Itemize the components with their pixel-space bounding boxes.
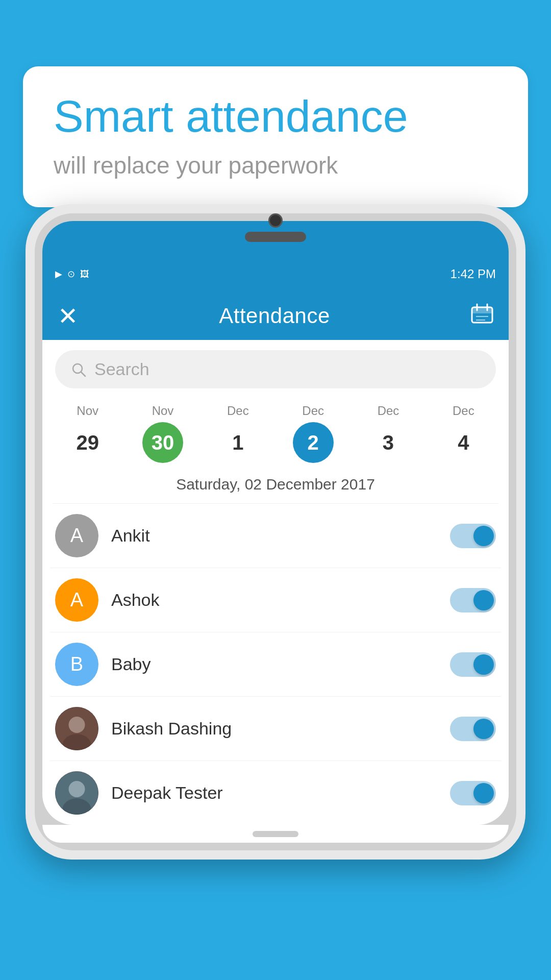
student-item-bikash: Bikash Dashing — [50, 697, 501, 761]
header-title: Attendance — [219, 304, 330, 328]
home-indicator — [253, 831, 298, 837]
avatar-baby: B — [55, 643, 98, 686]
student-name-ankit: Ankit — [111, 526, 437, 546]
cal-day-nov29[interactable]: Nov 29 — [50, 404, 125, 463]
status-time: 1:42 PM — [450, 267, 496, 281]
toggle-thumb — [473, 590, 494, 610]
toggle-track — [450, 588, 496, 612]
speech-bubble: Smart attendance will replace your paper… — [23, 66, 528, 207]
toggle-baby[interactable] — [450, 652, 496, 677]
cal-month: Nov — [152, 404, 174, 418]
bubble-subtitle: will replace your paperwork — [54, 152, 497, 179]
student-name-deepak: Deepak Tester — [111, 783, 437, 803]
background: Smart attendance will replace your paper… — [0, 0, 551, 980]
student-item-baby: B Baby — [50, 632, 501, 697]
selected-date-label: Saturday, 02 December 2017 — [42, 473, 509, 503]
toggle-thumb — [473, 654, 494, 675]
student-item-ankit: A Ankit — [50, 504, 501, 568]
student-item-ashok: A Ashok — [50, 568, 501, 632]
toggle-deepak[interactable] — [450, 781, 496, 805]
cal-date[interactable]: 4 — [443, 422, 484, 463]
avatar-deepak — [55, 771, 98, 815]
cal-date-selected-blue[interactable]: 2 — [293, 422, 334, 463]
svg-rect-1 — [472, 307, 492, 313]
phone-screen: ▶ ⊙ 🖼 1:42 PM ✕ Attendance — [42, 221, 509, 825]
phone-speaker — [245, 232, 306, 242]
search-icon — [70, 361, 87, 378]
avatar-bikash — [55, 707, 98, 750]
toggle-thumb — [473, 526, 494, 546]
toggle-track — [450, 781, 496, 805]
avatar-ankit: A — [55, 514, 98, 557]
image-icon: 🖼 — [80, 269, 89, 280]
toggle-thumb — [473, 719, 494, 739]
cal-day-nov30[interactable]: Nov 30 — [125, 404, 200, 463]
cal-date-selected-green[interactable]: 30 — [142, 422, 183, 463]
cal-date[interactable]: 3 — [368, 422, 409, 463]
status-bar: ▶ ⊙ 🖼 1:42 PM — [42, 257, 509, 291]
cal-month: Dec — [453, 404, 474, 418]
cal-day-dec4[interactable]: Dec 4 — [426, 404, 501, 463]
calendar-button[interactable] — [471, 303, 493, 328]
search-input[interactable]: Search — [94, 359, 149, 379]
cal-month: Dec — [227, 404, 249, 418]
toggle-bikash[interactable] — [450, 717, 496, 741]
cal-month: Nov — [77, 404, 98, 418]
toggle-track — [450, 524, 496, 548]
cal-day-dec3[interactable]: Dec 3 — [350, 404, 425, 463]
avatar-ashok: A — [55, 578, 98, 622]
svg-line-7 — [81, 372, 85, 376]
circle-icon: ⊙ — [67, 268, 75, 280]
app-header: ✕ Attendance — [42, 291, 509, 340]
student-name-ashok: Ashok — [111, 590, 437, 610]
cal-day-dec2[interactable]: Dec 2 — [276, 404, 350, 463]
toggle-track — [450, 652, 496, 677]
toggle-track — [450, 717, 496, 741]
close-button[interactable]: ✕ — [58, 302, 78, 330]
toggle-ashok[interactable] — [450, 588, 496, 612]
student-item-deepak: Deepak Tester — [50, 761, 501, 825]
cal-month: Dec — [378, 404, 399, 418]
student-list: A Ankit A Ashok — [42, 504, 509, 825]
status-icons-left: ▶ ⊙ 🖼 — [55, 268, 89, 280]
cal-day-dec1[interactable]: Dec 1 — [201, 404, 276, 463]
phone-mockup: ▶ ⊙ 🖼 1:42 PM ✕ Attendance — [26, 204, 525, 980]
svg-point-9 — [69, 717, 85, 733]
search-bar[interactable]: Search — [55, 350, 496, 388]
toggle-thumb — [473, 783, 494, 803]
student-name-baby: Baby — [111, 654, 437, 674]
svg-point-12 — [69, 781, 85, 797]
cal-date[interactable]: 1 — [217, 422, 258, 463]
toggle-ankit[interactable] — [450, 524, 496, 548]
student-name-bikash: Bikash Dashing — [111, 719, 437, 739]
phone-camera — [268, 213, 283, 228]
play-icon: ▶ — [55, 268, 62, 280]
cal-date[interactable]: 29 — [67, 422, 108, 463]
bubble-title: Smart attendance — [54, 92, 497, 141]
cal-month: Dec — [302, 404, 324, 418]
calendar-strip: Nov 29 Nov 30 Dec 1 Dec — [42, 399, 509, 473]
